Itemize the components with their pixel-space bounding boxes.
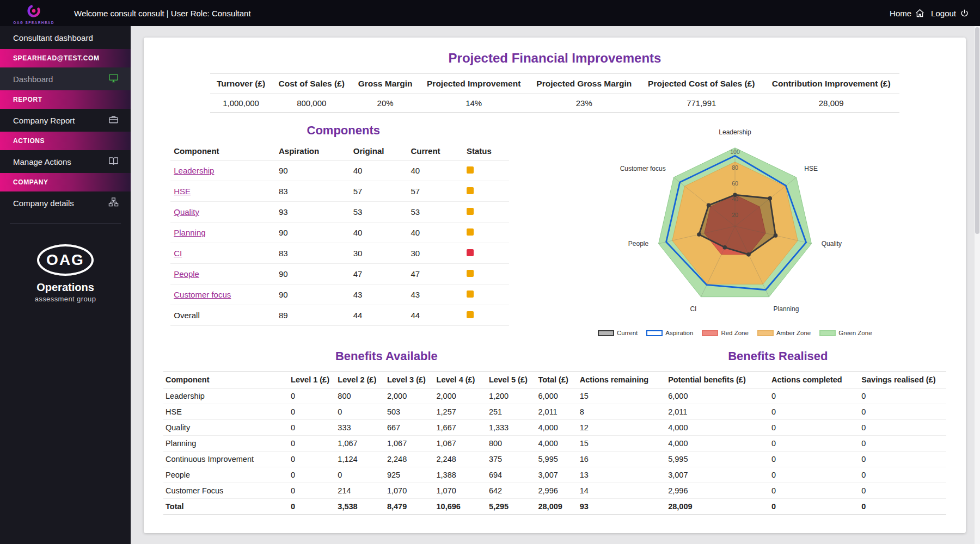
legend-label: Aspiration [665,330,693,336]
dashboard-card: Projected Financial Improvements Turnove… [144,38,966,533]
radar-point [733,193,737,197]
component-row: Planning904040 [170,222,509,243]
benefits-cell: 0 [859,436,946,452]
component-current-cell: 44 [407,305,463,326]
component-link-leadership[interactable]: Leadership [174,166,214,175]
benefits-cell: 4,000 [666,420,769,436]
radar-axis-label-planning: Planning [773,305,799,313]
legend-label: Red Zone [721,330,749,336]
component-aspiration-cell: 83 [275,243,350,264]
benefits-cell: 1,667 [434,420,487,436]
benefits-table: ComponentLevel 1 (£)Level 2 (£)Level 3 (… [163,371,946,515]
status-red-indicator [467,249,474,256]
brand-text: OAG SPEARHEAD [13,21,54,24]
benefits-cell: 667 [385,420,434,436]
component-row: Overall894444 [170,305,509,326]
page-title: Projected Financial Improvements [163,51,946,66]
radar-ring-label: 100 [730,149,740,155]
radar-point [768,196,772,201]
benefits-cell: HSE [163,404,289,420]
benefits-cell: 28,009 [536,499,577,515]
logout-label: Logout [931,9,956,18]
oag-logo-text: OAG [46,251,84,269]
sidebar-section-spearhead-test-com: SPEARHEAD@TEST.COM [0,49,131,67]
scrollbar-thumb[interactable] [975,27,979,234]
status-amber-indicator [467,187,474,194]
sidebar-item-company-report[interactable]: Company Report [0,109,131,132]
benefits-header-cell: Level 4 (£) [434,372,487,388]
home-icon [915,9,924,18]
component-link-people[interactable]: People [174,269,199,279]
benefits-cell: 251 [487,404,536,420]
benefits-cell: 93 [578,499,666,515]
benefits-realised-title: Benefits Realised [610,349,946,363]
benefits-header-row: ComponentLevel 1 (£)Level 2 (£)Level 3 (… [163,372,946,388]
sidebar-item-dashboard[interactable]: Dashboard [0,67,131,90]
benefits-cell: 503 [385,404,434,420]
benefits-cell: 0 [859,388,946,404]
component-link-customer-focus[interactable]: Customer focus [174,290,231,299]
benefits-cell: 0 [769,420,859,436]
sidebar-item-label: Manage Actions [13,157,71,166]
benefits-cell: Total [163,499,289,515]
benefits-cell: 4,000 [536,436,577,452]
benefits-cell: 0 [289,436,335,452]
benefits-cell: People [163,467,289,483]
financial-header-row: Turnover (£)Cost of Sales (£)Gross Margi… [210,74,899,94]
component-status-cell [463,160,509,181]
oag-logo: OAG Operations assessment group [0,244,131,303]
benefits-cell: 0 [859,452,946,467]
benefits-header-cell: Total (£) [536,372,577,388]
benefits-cell: 8 [578,404,666,420]
component-current-cell: 30 [407,243,463,264]
sidebar-item-consultant-dashboard[interactable]: Consultant dashboard [0,26,131,49]
benefits-cell: 0 [289,483,335,499]
component-link-hse[interactable]: HSE [174,187,191,196]
benefits-total-row: Total03,5388,47910,6965,29528,0099328,00… [163,499,946,515]
book-icon [108,156,119,168]
welcome-text: Welcome consult consult | User Role: Con… [74,9,251,18]
component-link-quality[interactable]: Quality [174,207,199,217]
benefits-cell: 1,067 [335,436,385,452]
sidebar-item-company-details[interactable]: Company details [0,191,131,214]
component-aspiration-cell: 90 [275,264,350,285]
oag-logo-mark: OAG [37,244,94,276]
radar-ring-label: 80 [732,164,738,171]
benefits-cell: 0 [289,388,335,404]
benefits-header-cell: Component [163,372,289,388]
radar-chart-section: 20406080100LeadershipHSEQualityPlanningC… [523,120,946,336]
sidebar-item-label: Dashboard [13,75,53,84]
financial-header-cell: Contribution Improvement (£) [763,74,899,94]
component-aspiration-cell: 90 [275,160,350,181]
component-link-planning[interactable]: Planning [174,228,205,237]
benefits-cell: 0 [859,467,946,483]
component-name-cell: Customer focus [170,285,275,305]
components-header-cell: Aspiration [275,142,350,160]
status-amber-indicator [467,311,474,318]
component-original-cell: 57 [350,181,408,202]
benefits-cell: 2,996 [536,483,577,499]
radar-point [697,232,701,237]
home-label: Home [890,9,911,18]
components-title: Components [163,123,523,138]
logout-button[interactable]: Logout [931,9,969,18]
benefits-cell: 694 [487,467,536,483]
benefits-row: Planning01,0671,0671,0678004,000154,0000… [163,436,946,452]
component-row: HSE835757 [170,181,509,202]
radar-axis-label-people: People [628,240,649,248]
component-status-cell [463,222,509,243]
benefits-cell: 0 [769,499,859,515]
benefits-cell: 14 [578,483,666,499]
scrollbar[interactable] [975,26,980,544]
home-button[interactable]: Home [890,9,924,18]
financial-header-cell: Cost of Sales (£) [272,74,352,94]
component-status-cell [463,202,509,222]
benefits-cell: 0 [335,404,385,420]
component-link-ci[interactable]: CI [174,249,182,258]
benefits-cell: 15 [578,436,666,452]
benefits-cell: 16 [578,452,666,467]
component-original-cell: 40 [350,160,408,181]
sidebar-item-manage-actions[interactable]: Manage Actions [0,150,131,173]
monitor-icon [108,73,119,85]
benefits-cell: Customer Focus [163,483,289,499]
